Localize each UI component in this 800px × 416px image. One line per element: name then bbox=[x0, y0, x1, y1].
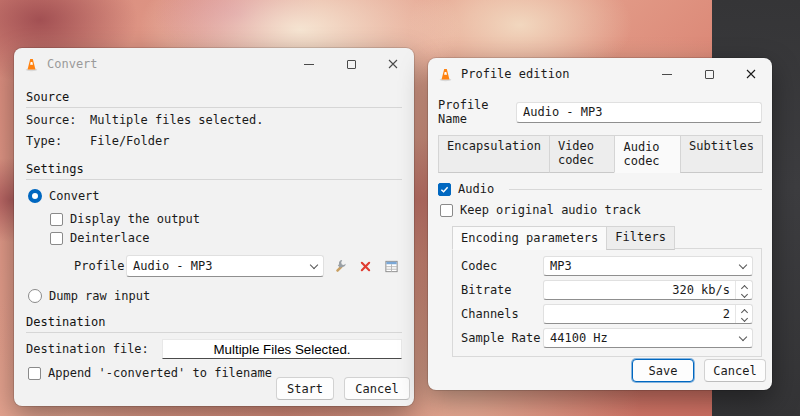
save-button[interactable]: Save bbox=[632, 359, 694, 382]
red-x-icon bbox=[359, 260, 372, 273]
profile-titlebar[interactable]: Profile edition bbox=[428, 58, 772, 90]
destination-file-input[interactable] bbox=[162, 339, 402, 359]
channels-row: Channels 2 bbox=[461, 304, 753, 324]
profile-name-input[interactable] bbox=[516, 102, 762, 123]
destination-section-header: Destination bbox=[26, 315, 402, 333]
radio-unselected-icon bbox=[28, 289, 42, 303]
destination-file-row: Destination file: bbox=[26, 339, 402, 359]
type-value: File/Folder bbox=[90, 133, 169, 150]
group-divider bbox=[509, 189, 762, 190]
sample-rate-label: Sample Rate bbox=[461, 331, 543, 345]
subtab-filters[interactable]: Filters bbox=[606, 226, 675, 250]
type-label: Type: bbox=[26, 133, 90, 150]
spinner-arrows[interactable] bbox=[735, 305, 752, 323]
codec-row: Codec MP3 bbox=[461, 256, 753, 276]
profile-name-row: Profile Name bbox=[438, 98, 762, 126]
convert-radio[interactable]: Convert bbox=[28, 189, 402, 203]
checkbox-unchecked-icon bbox=[440, 204, 453, 217]
source-row: Source: Multiple files selected. bbox=[26, 112, 402, 129]
profile-window-title: Profile edition bbox=[461, 67, 569, 81]
profile-name-label: Profile Name bbox=[438, 98, 516, 126]
channels-label: Channels bbox=[461, 307, 543, 321]
encoding-parameters-panel: Codec MP3 Bitrate 320 kb/s Channels 2 bbox=[452, 248, 762, 357]
bitrate-value: 320 kb/s bbox=[544, 283, 735, 297]
cancel-button[interactable]: Cancel bbox=[704, 359, 766, 382]
radio-selected-icon bbox=[28, 189, 42, 203]
codec-tabbar: Encapsulation Video codec Audio codec Su… bbox=[438, 135, 762, 173]
cancel-button[interactable]: Cancel bbox=[344, 377, 410, 400]
audio-enable-label: Audio bbox=[458, 182, 494, 196]
encoding-subtabbar: Encoding parameters Filters bbox=[452, 226, 762, 249]
tab-audio-codec[interactable]: Audio codec bbox=[614, 135, 681, 173]
chevron-down-icon bbox=[739, 332, 747, 340]
channels-spinner[interactable]: 2 bbox=[543, 304, 753, 324]
close-button[interactable] bbox=[730, 58, 772, 90]
profile-label: Profile bbox=[74, 259, 126, 273]
tab-encapsulation[interactable]: Encapsulation bbox=[438, 135, 550, 173]
audio-enable-checkbox[interactable]: Audio bbox=[438, 182, 762, 196]
vlc-cone-icon bbox=[24, 57, 39, 72]
chevron-down-icon bbox=[740, 314, 747, 321]
spinner-arrows[interactable] bbox=[735, 281, 752, 299]
bitrate-label: Bitrate bbox=[461, 283, 543, 297]
checkbox-checked-icon bbox=[438, 183, 451, 196]
chevron-down-icon bbox=[740, 290, 747, 297]
delete-profile-button[interactable] bbox=[354, 255, 376, 277]
codec-label: Codec bbox=[461, 259, 543, 273]
dump-raw-input-label: Dump raw input bbox=[49, 289, 150, 303]
profile-edition-window: Profile edition Profile Name Encapsulati… bbox=[428, 58, 772, 390]
maximize-icon bbox=[347, 60, 356, 69]
minimize-icon bbox=[304, 64, 314, 65]
edit-profile-button[interactable] bbox=[328, 255, 350, 277]
checkbox-unchecked-icon bbox=[50, 213, 63, 226]
sample-rate-select[interactable]: 44100 Hz bbox=[543, 328, 753, 348]
deinterlace-label: Deinterlace bbox=[70, 231, 149, 245]
source-label: Source: bbox=[26, 112, 90, 129]
display-output-label: Display the output bbox=[70, 212, 200, 226]
start-button[interactable]: Start bbox=[276, 377, 334, 400]
display-output-checkbox[interactable]: Display the output bbox=[50, 212, 402, 226]
wrench-icon bbox=[332, 259, 347, 274]
convert-window: Convert Source Source: Multiple files se… bbox=[14, 48, 414, 406]
chevron-down-icon bbox=[739, 260, 747, 268]
bitrate-row: Bitrate 320 kb/s bbox=[461, 280, 753, 300]
maximize-button[interactable] bbox=[330, 48, 372, 80]
convert-window-title: Convert bbox=[47, 57, 98, 71]
destination-file-label: Destination file: bbox=[26, 342, 162, 356]
close-button[interactable] bbox=[372, 48, 414, 80]
convert-titlebar[interactable]: Convert bbox=[14, 48, 414, 80]
minimize-button[interactable] bbox=[646, 58, 688, 90]
append-converted-label: Append '-converted' to filename bbox=[48, 366, 272, 380]
profile-list-icon bbox=[384, 259, 399, 274]
codec-select[interactable]: MP3 bbox=[543, 256, 753, 276]
close-icon bbox=[746, 69, 756, 79]
profile-select[interactable]: Audio - MP3 bbox=[126, 255, 324, 277]
profile-row: Profile Audio - MP3 bbox=[74, 255, 402, 277]
tab-video-codec[interactable]: Video codec bbox=[549, 135, 616, 173]
new-profile-button[interactable] bbox=[380, 255, 402, 277]
deinterlace-checkbox[interactable]: Deinterlace bbox=[50, 231, 402, 245]
tab-subtitles[interactable]: Subtitles bbox=[680, 135, 763, 173]
maximize-icon bbox=[705, 70, 714, 79]
channels-value: 2 bbox=[544, 307, 735, 321]
checkbox-unchecked-icon bbox=[50, 232, 63, 245]
maximize-button[interactable] bbox=[688, 58, 730, 90]
bitrate-spinner[interactable]: 320 kb/s bbox=[543, 280, 753, 300]
close-icon bbox=[388, 59, 398, 69]
dump-raw-input-radio[interactable]: Dump raw input bbox=[28, 289, 402, 303]
chevron-down-icon bbox=[310, 260, 318, 268]
settings-section-header: Settings bbox=[26, 162, 402, 180]
codec-select-value: MP3 bbox=[550, 259, 572, 273]
minimize-icon bbox=[662, 74, 672, 75]
keep-original-label: Keep original audio track bbox=[460, 203, 641, 217]
sample-rate-value: 44100 Hz bbox=[550, 331, 608, 345]
minimize-button[interactable] bbox=[288, 48, 330, 80]
vlc-cone-icon bbox=[438, 67, 453, 82]
keep-original-checkbox[interactable]: Keep original audio track bbox=[440, 203, 762, 217]
convert-radio-label: Convert bbox=[49, 189, 100, 203]
checkbox-unchecked-icon bbox=[28, 367, 41, 380]
profile-select-value: Audio - MP3 bbox=[133, 259, 212, 273]
subtab-encoding-parameters[interactable]: Encoding parameters bbox=[452, 226, 607, 250]
source-section-header: Source bbox=[26, 90, 402, 108]
type-row: Type: File/Folder bbox=[26, 133, 402, 150]
